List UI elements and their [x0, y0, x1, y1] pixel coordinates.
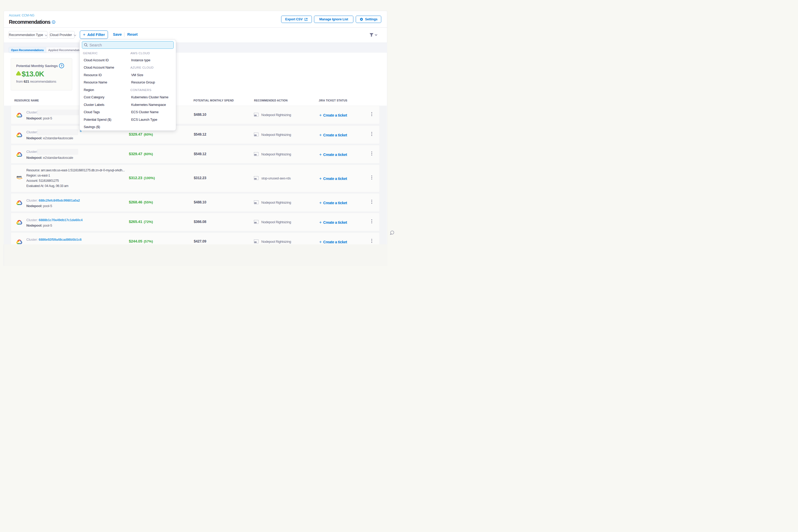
svg-text:aws: aws: [17, 175, 22, 178]
svg-text:?: ?: [60, 64, 62, 67]
